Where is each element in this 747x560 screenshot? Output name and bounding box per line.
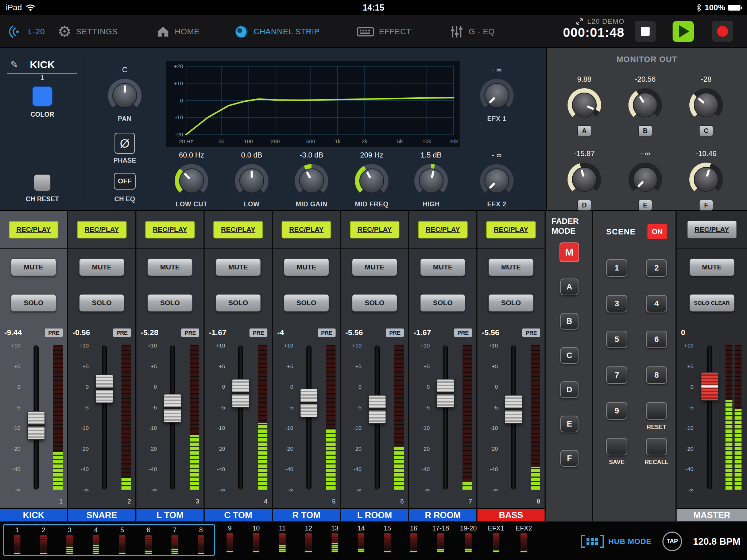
rec-play-button[interactable]: REC/PLAY: [213, 221, 263, 238]
monitor-d-knob[interactable]: [568, 163, 601, 196]
nav-l20-logo[interactable]: L-20: [7, 15, 45, 48]
monitor-f-knob[interactable]: [689, 163, 723, 196]
record-button[interactable]: [712, 21, 733, 42]
channel-name[interactable]: R ROOM: [409, 508, 476, 521]
fader-track[interactable]: [306, 345, 311, 490]
channel-name[interactable]: C TOM: [205, 508, 272, 521]
solo-button[interactable]: SOLO: [147, 294, 193, 312]
efx-1-send-knob[interactable]: [480, 79, 514, 112]
nav-home[interactable]: HOME: [156, 15, 200, 48]
rec-play-button[interactable]: REC/PLAY: [9, 221, 58, 238]
scene-recall-button[interactable]: [646, 438, 667, 455]
mute-button[interactable]: MUTE: [11, 258, 56, 276]
monitor-b-knob[interactable]: [628, 88, 662, 122]
scene-2-button[interactable]: 2: [646, 259, 667, 277]
fader-bank-d-button[interactable]: D: [560, 381, 578, 398]
fader-handle[interactable]: [232, 379, 249, 408]
channel-name[interactable]: SNARE: [68, 508, 135, 521]
rec-play-button[interactable]: REC/PLAY: [77, 221, 127, 238]
scene-6-button[interactable]: 6: [646, 331, 667, 348]
nav-geq[interactable]: G - EQ: [449, 15, 495, 48]
fader-bank-e-button[interactable]: E: [560, 416, 578, 432]
eq-mid-freq-knob[interactable]: [355, 164, 388, 198]
solo-button[interactable]: SOLO: [352, 294, 397, 312]
eq-graph[interactable]: +20+100-10-2020 Hz501002005001k2k5k10k20…: [166, 61, 460, 147]
master-mute-button[interactable]: MUTE: [689, 258, 735, 276]
scene-4-button[interactable]: 4: [646, 295, 667, 312]
scene-5-button[interactable]: 5: [606, 331, 627, 348]
channel-reset-button[interactable]: [34, 174, 51, 191]
fader-handle[interactable]: [368, 395, 386, 424]
mute-button[interactable]: MUTE: [216, 258, 261, 276]
channel-eq-toggle[interactable]: OFF: [114, 173, 136, 190]
fader-handle[interactable]: [27, 411, 45, 440]
eq-low-cut-knob[interactable]: [175, 164, 208, 198]
solo-button[interactable]: SOLO: [488, 294, 534, 312]
solo-button[interactable]: SOLO: [11, 294, 56, 312]
channel-name[interactable]: KICK: [0, 508, 67, 521]
solo-button[interactable]: SOLO: [79, 294, 124, 312]
scene-8-button[interactable]: 8: [646, 366, 667, 384]
scene-9-button[interactable]: 9: [606, 402, 627, 420]
scene-7-button[interactable]: 7: [606, 366, 627, 384]
rec-play-button[interactable]: REC/PLAY: [350, 221, 399, 238]
scene-save-button[interactable]: [606, 438, 627, 455]
scene-3-button[interactable]: 3: [606, 295, 627, 312]
rec-play-button[interactable]: REC/PLAY: [418, 221, 468, 238]
mute-button[interactable]: MUTE: [147, 258, 193, 276]
nav-channel-strip[interactable]: CHANNEL STRIP: [234, 15, 320, 48]
mute-button[interactable]: MUTE: [79, 258, 124, 276]
master-fader-track[interactable]: [707, 345, 712, 490]
fader-handle[interactable]: [164, 394, 181, 423]
fader-track[interactable]: [170, 345, 175, 490]
channel-name[interactable]: L ROOM: [341, 508, 408, 521]
channel-name[interactable]: R TOM: [273, 508, 340, 521]
monitor-c-knob[interactable]: [689, 88, 723, 122]
solo-button[interactable]: SOLO: [420, 294, 465, 312]
eq-mid-gain-knob[interactable]: [295, 164, 328, 198]
play-button[interactable]: [673, 21, 694, 42]
monitor-e-knob[interactable]: [628, 163, 662, 196]
nav-settings[interactable]: ⚙ SETTINGS: [58, 15, 118, 48]
rec-play-button[interactable]: REC/PLAY: [145, 221, 195, 238]
master-rec-play-button[interactable]: REC/PLAY: [687, 221, 737, 238]
fader-handle[interactable]: [96, 374, 113, 403]
channel-name[interactable]: BASS: [477, 508, 545, 521]
mute-button[interactable]: MUTE: [420, 258, 465, 276]
fader-track[interactable]: [375, 345, 380, 490]
mute-button[interactable]: MUTE: [284, 258, 329, 276]
fader-track[interactable]: [34, 345, 39, 490]
fader-mode-m-button[interactable]: M: [560, 242, 579, 262]
solo-clear-button[interactable]: SOLO CLEAR: [689, 294, 735, 312]
master-fader-handle[interactable]: [701, 372, 719, 401]
hub-mode[interactable]: HUB MODE: [581, 535, 651, 548]
fader-track[interactable]: [443, 345, 448, 490]
scene-reset-button[interactable]: [646, 402, 667, 420]
rec-play-button[interactable]: REC/PLAY: [282, 221, 331, 238]
stop-button[interactable]: [635, 21, 656, 42]
solo-button[interactable]: SOLO: [284, 294, 329, 312]
eq-low-knob[interactable]: [235, 164, 268, 198]
scene-on-button[interactable]: ON: [647, 223, 667, 240]
phase-button[interactable]: Ø: [115, 133, 135, 154]
fader-track[interactable]: [238, 345, 243, 490]
fader-bank-f-button[interactable]: F: [560, 450, 578, 467]
channel-name[interactable]: L TOM: [136, 508, 204, 521]
fader-track[interactable]: [102, 345, 107, 490]
expand-icon[interactable]: [576, 18, 584, 26]
fader-handle[interactable]: [300, 389, 318, 417]
solo-button[interactable]: SOLO: [216, 294, 261, 312]
channel-color-swatch[interactable]: [32, 86, 53, 106]
nav-effect[interactable]: EFFECT: [357, 15, 411, 48]
scene-1-button[interactable]: 1: [606, 259, 627, 277]
efx-2-send-knob[interactable]: [480, 164, 514, 198]
monitor-a-knob[interactable]: [568, 88, 601, 122]
pan-knob[interactable]: [108, 79, 142, 112]
channel-bank-1-8-group[interactable]: 12345678: [3, 524, 215, 556]
mute-button[interactable]: MUTE: [352, 258, 397, 276]
eq-high-knob[interactable]: [414, 164, 448, 198]
fader-bank-a-button[interactable]: A: [560, 279, 578, 295]
mute-button[interactable]: MUTE: [488, 258, 534, 276]
fader-track[interactable]: [511, 345, 516, 490]
fader-handle[interactable]: [505, 395, 522, 424]
